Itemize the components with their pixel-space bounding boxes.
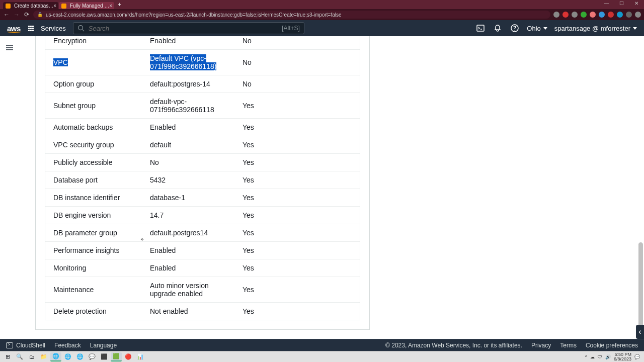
config-key: Subnet group bbox=[45, 93, 142, 119]
browser-tab-1[interactable]: Fully Managed Relational Datab × bbox=[59, 2, 114, 9]
back-button[interactable]: ← bbox=[3, 11, 10, 18]
config-value: default.postgres14 bbox=[142, 224, 234, 242]
table-row: EncryptionEnabledNo bbox=[45, 36, 360, 50]
cloudshell-icon bbox=[6, 342, 13, 348]
user-label: spartansage @ mforrester bbox=[554, 25, 630, 32]
config-value: Auto minor version upgrade enabled bbox=[142, 277, 234, 303]
summary-card: EncryptionEnabledNoVPCDefault VPC (vpc-0… bbox=[35, 36, 370, 330]
config-value: 14.7 bbox=[142, 207, 234, 224]
ext-icon[interactable] bbox=[617, 12, 623, 18]
ext-icon[interactable] bbox=[562, 12, 569, 18]
config-editable: Yes bbox=[234, 136, 360, 154]
close-icon[interactable]: × bbox=[53, 3, 56, 9]
expand-panel-button[interactable]: ‹ bbox=[636, 325, 644, 339]
sidebar-toggle[interactable] bbox=[4, 42, 15, 53]
taskbar-app[interactable]: ⬛ bbox=[99, 352, 110, 361]
tray-icon[interactable]: ☁ bbox=[590, 354, 595, 359]
table-row: Subnet groupdefault-vpc-071f996c39266611… bbox=[45, 93, 360, 119]
table-row: MonitoringEnabledYes bbox=[45, 259, 360, 277]
aws-logo[interactable]: aws bbox=[7, 24, 21, 33]
notifications-icon[interactable] bbox=[493, 23, 503, 33]
table-row: DB instance identifierdatabase-1Yes bbox=[45, 189, 360, 207]
tray-icon[interactable]: 🛡 bbox=[598, 354, 602, 359]
scrollbar[interactable] bbox=[637, 36, 643, 344]
config-value: Enabled bbox=[142, 242, 234, 259]
tray-icon[interactable]: 🔊 bbox=[605, 354, 611, 359]
table-row: DB parameter groupdefault.postgres14Yes bbox=[45, 224, 360, 242]
privacy-link[interactable]: Privacy bbox=[531, 342, 551, 349]
tray-chevron-icon[interactable]: ^ bbox=[585, 354, 587, 359]
config-value: 5432 bbox=[142, 171, 234, 189]
url-text: us-east-2.console.aws.amazon.com/rds/hom… bbox=[46, 12, 342, 18]
close-icon[interactable]: × bbox=[109, 3, 112, 9]
taskbar-app[interactable]: 💬 bbox=[87, 352, 98, 361]
taskbar-app[interactable]: 🔍 bbox=[14, 352, 25, 361]
services-link[interactable]: Services bbox=[41, 25, 66, 32]
table-row: MaintenanceAuto minor version upgrade en… bbox=[45, 277, 360, 303]
config-editable: Yes bbox=[234, 303, 360, 320]
ext-icon[interactable] bbox=[572, 12, 578, 18]
forward-button[interactable]: → bbox=[13, 11, 20, 18]
services-grid-icon[interactable] bbox=[28, 26, 34, 31]
extension-icons bbox=[553, 12, 641, 18]
start-button[interactable]: ⊞ bbox=[2, 352, 13, 361]
table-row: Database port5432Yes bbox=[45, 171, 360, 189]
taskbar-app[interactable]: 🗂 bbox=[26, 352, 37, 361]
cloudshell-icon[interactable] bbox=[475, 23, 486, 33]
taskbar-app[interactable]: 🔴 bbox=[123, 352, 134, 361]
account-selector[interactable]: spartansage @ mforrester bbox=[554, 25, 637, 32]
taskbar-app[interactable]: 🟩 bbox=[111, 352, 122, 361]
taskbar-app[interactable]: 📊 bbox=[135, 352, 146, 361]
address-bar: ← → ⟳ 🔒 us-east-2.console.aws.amazon.com… bbox=[0, 9, 644, 20]
browser-tab-0[interactable]: Create database - RDS Manage × bbox=[3, 2, 58, 9]
window-controls: — ☐ ✕ bbox=[599, 0, 644, 8]
search-input[interactable] bbox=[89, 25, 278, 32]
help-icon[interactable] bbox=[510, 23, 520, 33]
taskbar-clock[interactable]: 5:50 PM 6/8/2023 bbox=[614, 352, 631, 361]
page-content: EncryptionEnabledNoVPCDefault VPC (vpc-0… bbox=[0, 36, 644, 344]
chevron-down-icon bbox=[633, 27, 637, 30]
config-value: database-1 bbox=[142, 189, 234, 207]
ext-icon[interactable] bbox=[608, 12, 614, 18]
config-key: DB instance identifier bbox=[45, 189, 142, 207]
ext-icon[interactable] bbox=[581, 12, 587, 18]
config-key: VPC security group bbox=[45, 136, 142, 154]
scroll-thumb[interactable] bbox=[638, 242, 643, 333]
search-box[interactable]: [Alt+S] bbox=[73, 22, 304, 34]
minimize-button[interactable]: — bbox=[599, 0, 614, 8]
region-selector[interactable]: Ohio bbox=[527, 25, 547, 32]
system-tray[interactable]: ^ ☁ 🛡 🔊 5:50 PM 6/8/2023 💬 bbox=[585, 352, 642, 361]
config-editable: No bbox=[234, 36, 360, 50]
ext-icon[interactable] bbox=[553, 12, 559, 18]
cloudshell-label: CloudShell bbox=[16, 342, 45, 349]
language-link[interactable]: Language bbox=[90, 342, 117, 349]
cookie-prefs-link[interactable]: Cookie preferences bbox=[586, 342, 638, 349]
terms-link[interactable]: Terms bbox=[560, 342, 577, 349]
url-input[interactable]: 🔒 us-east-2.console.aws.amazon.com/rds/h… bbox=[33, 11, 550, 19]
config-value: Enabled bbox=[142, 259, 234, 277]
table-row: Automatic backupsEnabledYes bbox=[45, 119, 360, 136]
config-key: Performance insights bbox=[45, 242, 142, 259]
config-editable: Yes bbox=[234, 154, 360, 171]
taskbar-app[interactable]: 📁 bbox=[38, 352, 49, 361]
chrome-menu-icon[interactable] bbox=[635, 12, 641, 18]
close-window-button[interactable]: ✕ bbox=[629, 0, 644, 8]
ext-icon[interactable] bbox=[626, 12, 632, 18]
maximize-button[interactable]: ☐ bbox=[614, 0, 629, 8]
mouse-cursor: ⌖ bbox=[140, 236, 144, 243]
config-key: Encryption bbox=[45, 36, 142, 50]
aws-top-nav: aws Services [Alt+S] Ohio spartansage @ … bbox=[0, 20, 644, 36]
reload-button[interactable]: ⟳ bbox=[23, 11, 30, 18]
config-key: VPC bbox=[45, 50, 142, 75]
notification-center-icon[interactable]: 💬 bbox=[634, 354, 640, 359]
config-editable: Yes bbox=[234, 171, 360, 189]
taskbar-app[interactable]: 🌐 bbox=[74, 352, 86, 361]
cloudshell-button[interactable]: CloudShell bbox=[6, 342, 45, 349]
taskbar-chrome[interactable]: 🌐 bbox=[50, 352, 61, 361]
new-tab-button[interactable]: + bbox=[115, 1, 125, 9]
taskbar-app[interactable]: 🌐 bbox=[62, 352, 73, 361]
ext-icon[interactable] bbox=[599, 12, 605, 18]
ext-icon[interactable] bbox=[590, 12, 596, 18]
feedback-link[interactable]: Feedback bbox=[54, 342, 81, 349]
config-editable: Yes bbox=[234, 224, 360, 242]
